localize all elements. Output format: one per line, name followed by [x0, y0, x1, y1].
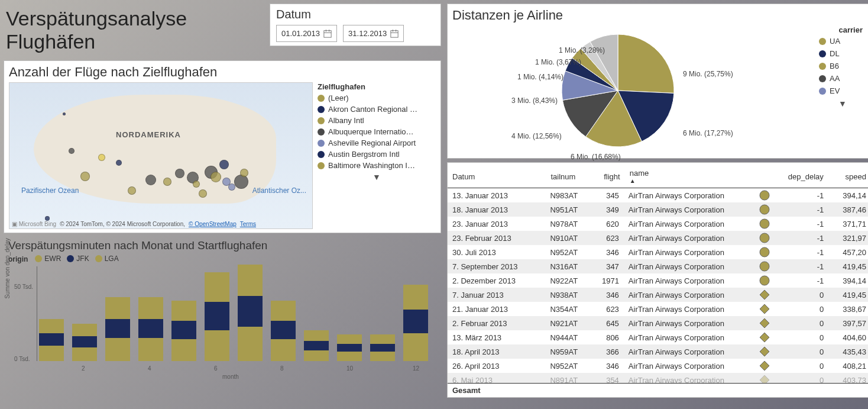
terms-link[interactable]: Terms [240, 221, 256, 227]
osm-link[interactable]: © OpenStreetMap [189, 221, 237, 227]
bar-column[interactable] [39, 319, 64, 361]
bar-legend-item[interactable]: LGA [95, 255, 119, 263]
page-title: Verspätungsanalyse Flughäfen [4, 4, 264, 57]
table-row[interactable]: 2. Dezember 2013N922AT1971AirTran Airway… [448, 273, 868, 288]
table-row[interactable]: 18. April 2013N959AT366AirTran Airways C… [448, 344, 868, 359]
map-region-label: NORDAMERIKA [116, 130, 181, 139]
map-legend-more[interactable]: ▼ [318, 172, 436, 182]
svg-marker-17 [760, 318, 769, 328]
table-header[interactable] [756, 165, 776, 188]
svg-marker-19 [760, 347, 769, 356]
pie-legend: carrier UADLB6AAEV ▼ [819, 25, 866, 156]
bar-column[interactable] [72, 324, 97, 361]
map-visual[interactable]: NORDAMERIKA Pazifischer Ozean Atlantisch… [9, 82, 313, 229]
map-legend-item[interactable]: Asheville Regional Airport [318, 139, 436, 147]
bar-column[interactable] [138, 297, 163, 361]
table-row[interactable]: 6. Mai 2013N891AT354AirTran Airways Corp… [448, 373, 868, 383]
bar-x-tick: 10 [346, 365, 353, 372]
map-title: Anzahl der Flüge nach Zielflughafen [9, 65, 436, 80]
map-legend-item[interactable]: Albuquerque Internatio… [318, 127, 436, 136]
pie-slice-label: 9 Mio. (25,75%) [683, 70, 733, 78]
svg-marker-18 [760, 333, 769, 342]
svg-marker-20 [760, 361, 769, 371]
bar-column[interactable] [403, 285, 428, 361]
bar-x-axis-label: month [222, 373, 239, 380]
table-header[interactable]: flight [592, 165, 625, 188]
map-legend-item[interactable]: Baltimore Washington I… [318, 161, 436, 170]
date-filter-card: Datum 01.01.2013 31.12.2013 [270, 4, 441, 46]
table-row[interactable]: 7. September 2013N316AT347AirTran Airway… [448, 259, 868, 273]
pie-legend-item[interactable]: AA [819, 74, 866, 83]
pie-slice-label: 1 Mio. (3,67%) [535, 58, 581, 66]
svg-point-8 [760, 191, 769, 200]
svg-marker-16 [760, 304, 769, 314]
bar-legend-item[interactable]: JFK [67, 255, 89, 263]
svg-marker-15 [760, 290, 769, 299]
pie-legend-item[interactable]: EV [819, 86, 866, 95]
table-row[interactable]: 2. Februar 2013N921AT645AirTran Airways … [448, 316, 868, 330]
pie-slice[interactable] [618, 34, 674, 93]
map-legend-item[interactable]: (Leer) [318, 94, 436, 102]
bar-column[interactable] [271, 301, 296, 362]
pie-slice-label: 1 Mio. (3,28%) [559, 46, 605, 54]
pie-legend-item[interactable]: UA [819, 37, 866, 46]
bar-x-tick: 4 [148, 365, 151, 372]
table-row[interactable]: 30. Juli 2013N952AT346AirTran Airways Co… [448, 245, 868, 259]
bar-y-tick: 0 Tsd. [14, 356, 30, 362]
data-table-panel: Datumtailnumflightname▲dep_delayspeed 13… [447, 162, 868, 398]
map-bubble[interactable] [45, 216, 50, 221]
svg-point-14 [760, 276, 769, 285]
map-legend-item[interactable]: Akron Canton Regional … [318, 105, 436, 114]
map-legend-item[interactable]: Albany Intl [318, 116, 436, 125]
bar-legend-item[interactable]: EWR [35, 255, 61, 263]
pie-chart[interactable]: 9 Mio. (25,75%)6 Mio. (17,27%)6 Mio. (16… [452, 25, 813, 156]
bar-chart-panel: Verspätungsminuten nach Monat und Startf… [4, 237, 441, 385]
table-row[interactable]: 23. Januar 2013N978AT620AirTran Airways … [448, 217, 868, 231]
bar-column[interactable] [171, 301, 196, 362]
pie-legend-item[interactable]: B6 [819, 62, 866, 70]
table-row[interactable]: 13. Januar 2013N983AT345AirTran Airways … [448, 188, 868, 202]
pie-legend-more[interactable]: ▼ [819, 99, 866, 108]
table-header[interactable]: speed [828, 165, 868, 188]
pie-slice-label: 1 Mio. (4,14%) [517, 73, 563, 81]
bar-y-axis-label: Summe von dep_delay [4, 238, 11, 298]
bar-column[interactable] [337, 334, 362, 361]
date-from-input[interactable]: 01.01.2013 [276, 25, 337, 42]
svg-point-10 [760, 219, 769, 228]
svg-marker-21 [760, 375, 769, 383]
map-legend-item[interactable]: Austin Bergstrom Intl [318, 150, 436, 159]
date-from-value: 01.01.2013 [281, 29, 320, 38]
bar-column[interactable] [370, 334, 395, 361]
bar-chart[interactable]: Summe von dep_delay 0 Tsd. 50 Tsd. month… [8, 266, 436, 373]
table-header[interactable]: dep_delay [776, 165, 828, 188]
table-header[interactable]: tailnum [546, 165, 592, 188]
bar-chart-title: Verspätungsminuten nach Monat und Startf… [8, 239, 436, 252]
bar-column[interactable] [105, 297, 130, 361]
svg-point-9 [760, 205, 769, 214]
date-to-input[interactable]: 31.12.2013 [343, 25, 404, 42]
bar-column[interactable] [205, 272, 229, 361]
pie-slice-label: 3 Mio. (8,43%) [511, 96, 558, 105]
table-header[interactable]: Datum [448, 165, 546, 188]
map-bubble[interactable] [234, 175, 248, 189]
bar-x-tick: 8 [280, 365, 284, 372]
table-row[interactable]: 23. Februar 2013N910AT623AirTran Airways… [448, 231, 868, 245]
table-row[interactable]: 7. Januar 2013N938AT346AirTran Airways C… [448, 288, 868, 302]
bar-chart-legend: origin EWRJFKLGA [8, 255, 436, 264]
table-row[interactable]: 26. April 2013N952AT346AirTran Airways C… [448, 359, 868, 373]
table-row[interactable]: 13. März 2013N944AT806AirTran Airways Co… [448, 330, 868, 344]
table-row[interactable]: 18. Januar 2013N951AT349AirTran Airways … [448, 202, 868, 217]
pie-panel: Distanzen je Airline 9 Mio. (25,75%)6 Mi… [447, 4, 868, 159]
data-table[interactable]: Datumtailnumflightname▲dep_delayspeed [448, 165, 868, 188]
bar-x-tick: 2 [82, 365, 85, 372]
svg-rect-0 [324, 30, 331, 37]
table-row[interactable]: 21. Januar 2013N354AT623AirTran Airways … [448, 302, 868, 316]
map-legend-title: Zielflughafen [318, 82, 436, 91]
pie-legend-item[interactable]: DL [819, 49, 866, 58]
svg-point-11 [760, 233, 769, 243]
table-header[interactable]: name▲ [625, 165, 756, 188]
bar-column[interactable] [304, 330, 329, 362]
bar-column[interactable] [238, 265, 263, 361]
map-legend: Zielflughafen (Leer)Akron Canton Regiona… [318, 82, 436, 229]
date-filter-label: Datum [276, 8, 435, 21]
